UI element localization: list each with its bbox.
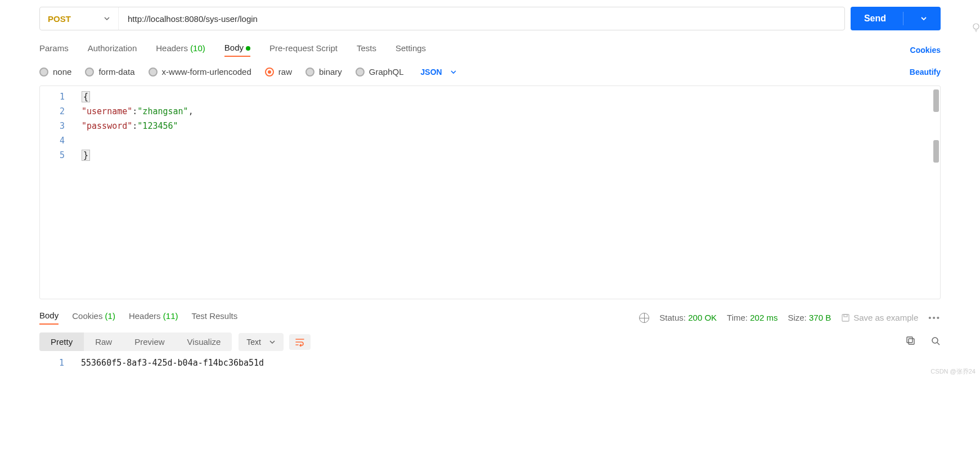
tab-body[interactable]: Body	[224, 43, 250, 57]
wrap-lines-button[interactable]	[289, 334, 311, 350]
watermark: CSDN @张乔24	[930, 367, 975, 376]
svg-rect-1	[842, 314, 849, 321]
response-bar: Body Cookies (1) Headers (11) Test Resul…	[39, 311, 941, 325]
svg-rect-4	[907, 337, 912, 343]
body-type-binary[interactable]: binary	[305, 67, 342, 77]
body-type-none[interactable]: none	[39, 67, 71, 77]
request-body-editor[interactable]: 12345 { "username":"zhangsan", "password…	[39, 86, 941, 299]
raw-format-select[interactable]: JSON	[421, 68, 457, 77]
tab-settings[interactable]: Settings	[395, 43, 426, 56]
url-bar: POST	[39, 7, 845, 30]
view-preview[interactable]: Preview	[123, 332, 176, 351]
send-split-separator	[903, 12, 903, 25]
response-tab-headers[interactable]: Headers (11)	[129, 311, 178, 324]
body-type-raw[interactable]: raw	[265, 67, 292, 77]
chevron-down-icon[interactable]	[920, 15, 927, 22]
time-metric[interactable]: Time: 202 ms	[727, 313, 777, 322]
scrollbar-top[interactable]	[933, 89, 939, 112]
response-tab-body[interactable]: Body	[39, 311, 59, 325]
svg-rect-2	[844, 314, 847, 317]
view-visualize[interactable]: Visualize	[176, 332, 232, 351]
tab-params[interactable]: Params	[39, 43, 69, 56]
line-gutter: 1	[39, 356, 73, 370]
cookies-link[interactable]: Cookies	[910, 46, 941, 55]
wrap-icon	[295, 338, 305, 347]
response-tab-cookies[interactable]: Cookies (1)	[72, 311, 115, 324]
response-format-select[interactable]: Text	[239, 333, 284, 351]
body-type-urlencoded[interactable]: x-www-form-urlencoded	[149, 67, 251, 77]
url-input[interactable]	[119, 7, 844, 30]
method-label: POST	[48, 14, 71, 24]
search-icon	[930, 336, 941, 346]
chevron-down-icon	[450, 69, 457, 75]
tab-authorization[interactable]: Authorization	[88, 43, 137, 56]
view-segment: Pretty Raw Preview Visualize	[39, 332, 232, 351]
send-button[interactable]: Send	[851, 7, 941, 30]
line-gutter: 12345	[40, 89, 74, 163]
method-select[interactable]: POST	[40, 7, 119, 30]
svg-rect-3	[909, 339, 914, 344]
tab-prerequest-script[interactable]: Pre-request Script	[269, 43, 338, 56]
response-view-row: Pretty Raw Preview Visualize Text	[39, 332, 941, 351]
view-pretty[interactable]: Pretty	[39, 332, 84, 351]
code-area[interactable]: { "username":"zhangsan", "password":"123…	[82, 89, 194, 163]
status-metric[interactable]: Status: 200 OK	[659, 313, 717, 322]
body-type-form-data[interactable]: form-data	[85, 67, 134, 77]
copy-response-button[interactable]	[906, 336, 916, 348]
tab-tests[interactable]: Tests	[357, 43, 376, 56]
beautify-link[interactable]: Beautify	[910, 68, 941, 77]
body-type-graphql[interactable]: GraphQL	[356, 67, 404, 77]
body-modified-indicator	[246, 46, 250, 51]
body-type-row: none form-data x-www-form-urlencoded raw…	[39, 67, 941, 77]
view-raw[interactable]: Raw	[84, 332, 123, 351]
globe-icon[interactable]	[639, 313, 649, 323]
chevron-down-icon	[269, 339, 276, 345]
response-tab-test-results[interactable]: Test Results	[191, 311, 237, 324]
tab-headers[interactable]: Headers (10)	[156, 43, 205, 56]
save-icon	[841, 313, 850, 322]
lightbulb-icon[interactable]	[971, 23, 980, 34]
size-metric[interactable]: Size: 370 B	[788, 313, 831, 322]
search-response-button[interactable]	[930, 336, 941, 348]
svg-point-0	[973, 24, 979, 29]
chevron-down-icon	[104, 15, 110, 22]
request-tabs: Params Authorization Headers (10) Body P…	[39, 43, 941, 57]
more-options-icon[interactable]: •••	[928, 313, 941, 322]
save-as-example-button[interactable]: Save as example	[841, 313, 918, 322]
svg-point-5	[932, 338, 938, 343]
send-label: Send	[864, 14, 886, 24]
response-body-text[interactable]: 553660f5-8af3-425d-b04a-f14bc36ba51d	[81, 356, 264, 370]
copy-icon	[906, 336, 916, 346]
response-body-editor[interactable]: 1 553660f5-8af3-425d-b04a-f14bc36ba51d	[39, 356, 941, 378]
scrollbar-thumb[interactable]	[933, 140, 939, 163]
